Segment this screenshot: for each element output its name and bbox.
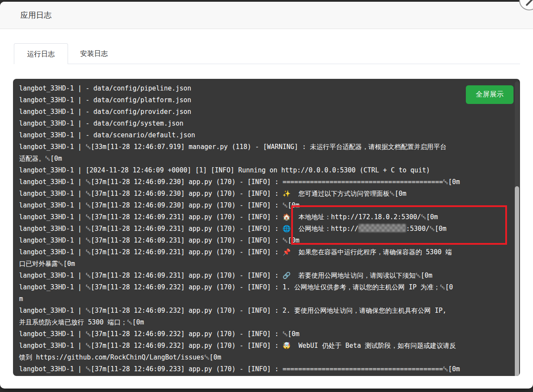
log-line: langbot_33HD-1 | ␛[37m[11-28 12:46:09.23… [19, 340, 514, 363]
log-line: langbot_33HD-1 | ␛[37m[11-28 12:46:09.23… [19, 235, 514, 246]
log-line: langbot_33HD-1 | [2024-11-28 12:46:09 +0… [19, 165, 514, 176]
tab-install-log-label: 安装日志 [80, 50, 108, 57]
log-line: langbot_33HD-1 | ␛[37m[11-28 12:46:09.23… [19, 305, 514, 328]
page-title: 应用日志 [20, 10, 52, 20]
dialog-header: 应用日志 [0, 2, 533, 29]
log-line: langbot_33HD-1 | ␛[37m[11-28 12:46:09.23… [19, 223, 514, 235]
tab-bar: 运行日志 安装日志 [14, 43, 520, 64]
tab-run-log-label: 运行日志 [27, 50, 55, 58]
log-line: langbot_33HD-1 | ␛[37m[11-28 12:46:09.23… [19, 282, 514, 305]
log-line: langbot_33HD-1 | - data/config/system.js… [19, 118, 514, 130]
log-line: langbot_33HD-1 | ␛[37m[11-28 12:46:09.23… [19, 246, 514, 270]
log-line: langbot_33HD-1 | - data/scenario/default… [19, 130, 514, 141]
log-line: langbot_33HD-1 | - data/config/provider.… [19, 106, 514, 118]
terminal-scrollbar-thumb[interactable] [515, 186, 519, 376]
app-log-dialog: 应用日志 运行日志 安装日志 langbot_33HD-1 | - data/c… [0, 2, 533, 389]
tab-run-log[interactable]: 运行日志 [14, 43, 68, 64]
log-text: langbot_33HD-1 | ␛[37m[11-28 12:46:09.23… [19, 225, 358, 233]
log-line: langbot_33HD-1 | ␛[37m[11-28 12:46:09.23… [19, 200, 514, 211]
log-lines: langbot_33HD-1 | - data/config/pipeline.… [19, 83, 514, 375]
log-terminal[interactable]: langbot_33HD-1 | - data/config/pipeline.… [13, 79, 520, 376]
diagonal-arrow-icon [526, 0, 533, 6]
redacted-public-ip [358, 224, 406, 232]
log-line: langbot_33HD-1 | ␛[37m[11-28 12:46:09.23… [19, 211, 514, 223]
log-line: langbot_33HD-1 | ␛[37m[11-28 12:46:09.23… [19, 328, 514, 340]
page-backdrop: { "header": { "title": "应用日志" }, "tabs":… [0, 0, 533, 392]
log-line: langbot_33HD-1 | - data/config/platform.… [19, 94, 514, 106]
log-line: langbot_33HD-1 | ␛[33m[11-28 12:46:07.91… [19, 141, 514, 165]
log-line: langbot_33HD-1 | ␛[37m[11-28 12:46:09.23… [19, 176, 514, 188]
log-line: langbot_33HD-1 | ␛[37m[11-28 12:46:09.23… [19, 363, 514, 375]
fullscreen-button[interactable]: 全屏展示 [466, 85, 514, 104]
log-line: langbot_33HD-1 | ␛[37m[11-28 12:46:09.23… [19, 188, 514, 200]
tab-baseline-divider [14, 64, 520, 64]
log-text: :5300/␛[0m [406, 225, 446, 233]
log-line: langbot_33HD-1 | - data/config/pipeline.… [19, 83, 514, 94]
log-line: langbot_33HD-1 | ␛[37m[11-28 12:46:09.23… [19, 270, 514, 282]
tab-install-log[interactable]: 安装日志 [68, 43, 120, 64]
